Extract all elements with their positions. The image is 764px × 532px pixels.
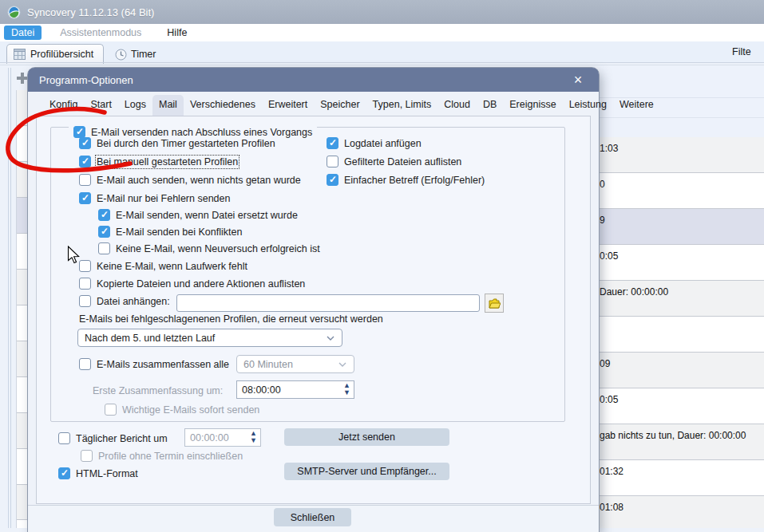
checkbox-urgent-emails-immediately[interactable]: Wichtige E-Mails sofort senden [105, 404, 259, 416]
checkbox-summarize-emails[interactable]: E-Mails zusammenfassen alle [79, 358, 229, 370]
browse-file-button[interactable] [485, 294, 504, 313]
tab-weitere[interactable]: Weitere [613, 95, 660, 116]
checkbox-label: E-Mail senden, wenn Datei ersetzt wurde [116, 210, 298, 221]
retry-select[interactable]: Nach dem 5. und letzten Lauf [77, 329, 342, 347]
dialog-title: Programm-Optionen [39, 74, 133, 86]
checkbox-box[interactable] [79, 295, 91, 307]
checkbox-list-copied-files[interactable]: Kopierte Dateien und andere Aktionen auf… [79, 278, 305, 290]
table-row[interactable]: 01:08 [597, 496, 764, 528]
app-globe-icon [7, 6, 21, 19]
smtp-server-button[interactable]: SMTP-Server und Empfänger... [284, 463, 449, 480]
tab-mail[interactable]: Mail [152, 95, 184, 116]
checkbox-file-replaced[interactable]: E-Mail senden, wenn Datei ersetzt wurde [98, 209, 298, 221]
window-titlebar[interactable]: Syncovery 11.12.13 (64 Bit) [0, 0, 764, 24]
dialog-tabstrip: Konfig Start Logs Mail Verschiedenes Erw… [43, 95, 660, 116]
spinner-arrows[interactable]: ▲▼ [250, 430, 257, 444]
close-dialog-button[interactable]: Schließen [274, 508, 351, 526]
tab-db[interactable]: DB [477, 95, 503, 116]
tab-leistung[interactable]: Leistung [563, 95, 613, 116]
checkbox-send-when-nothing-done[interactable]: E-Mail auch senden, wenn nichts getan wu… [79, 174, 301, 186]
menu-datei[interactable]: Datei [4, 26, 42, 40]
table-row[interactable]: gab nichts zu tun, Dauer: 00:00:00 [597, 424, 764, 460]
checkbox-attach-file[interactable]: Datei anhängen: [79, 295, 170, 307]
left-panel-border-inner [10, 68, 11, 528]
checkbox-box[interactable] [327, 137, 338, 149]
table-row[interactable]: 01:32 [597, 460, 764, 496]
checkbox-box[interactable] [79, 137, 91, 149]
dialog-close-icon[interactable]: × [568, 70, 588, 89]
checkbox-timer-started-profiles[interactable]: Bei durch den Timer gestarteten Profilen [79, 137, 275, 149]
checkbox-box[interactable] [98, 242, 110, 254]
checkbox-box[interactable] [79, 260, 91, 272]
table-row[interactable]: 09 [597, 353, 764, 388]
tab-erweitert[interactable]: Erweitert [262, 95, 314, 116]
checkbox-daily-report[interactable]: Täglicher Bericht um [58, 432, 168, 444]
menubar: Datei Assistentenmodus Hilfe [0, 24, 764, 41]
table-row[interactable] [597, 317, 764, 353]
checkbox-box[interactable] [105, 404, 117, 416]
checkbox-attach-logfile[interactable]: Logdatei anfügen [327, 137, 422, 149]
dialog-titlebar[interactable]: Programm-Optionen × [28, 68, 599, 92]
checkbox-box[interactable] [327, 174, 338, 186]
checkbox-on-conflicts[interactable]: E-Mail senden bei Konflikten [98, 226, 242, 238]
checkbox-no-mail-retry-success[interactable]: Keine E-Mail, wenn Neuversuch erfolgreic… [98, 242, 320, 254]
checkbox-box[interactable] [79, 358, 91, 370]
time-value: 00:00:00 [190, 432, 229, 443]
toolbar-tab-label: Profilübersicht [30, 49, 93, 60]
menu-assistentenmodus[interactable]: Assistentenmodus [53, 26, 148, 40]
checkbox-box[interactable] [81, 450, 93, 462]
checkbox-no-mail-drive-missing[interactable]: Keine E-Mail, wenn Laufwerk fehlt [79, 260, 247, 272]
checkbox-only-on-errors[interactable]: E-Mail nur bei Fehlern senden [79, 192, 230, 204]
checkbox-label: Bei durch den Timer gestarteten Profilen [97, 138, 275, 149]
table-row[interactable]: 0 [597, 173, 764, 209]
tab-ereignisse[interactable]: Ereignisse [503, 95, 562, 116]
send-now-button[interactable]: Jetzt senden [284, 428, 449, 446]
table-row[interactable]: 0:05 [597, 388, 764, 424]
checkbox-label: Profile ohne Termin einschließen [98, 451, 243, 462]
checkbox-box[interactable] [79, 192, 91, 204]
checkbox-box[interactable] [79, 156, 91, 167]
partial-toolbar-plus-icon [17, 73, 28, 84]
interval-value: 60 Minuten [243, 359, 293, 370]
tab-konfig[interactable]: Konfig [43, 95, 84, 116]
table-row[interactable]: 1:03 [597, 137, 764, 173]
tab-speicher[interactable]: Speicher [314, 95, 366, 116]
table-row[interactable]: Dauer: 00:00:00 [597, 281, 764, 317]
summarize-interval-select[interactable]: 60 Minuten [236, 355, 354, 373]
checkbox-box[interactable] [58, 467, 70, 479]
profile-list-left-sliver [16, 90, 28, 528]
table-row-selected[interactable]: 9 [597, 209, 764, 245]
checkbox-manually-started-profiles[interactable]: Bei manuell gestarteten Profilen [79, 156, 238, 167]
tab-typen-limits[interactable]: Typen, Limits [366, 95, 438, 116]
group-label: E-Mail versenden nach Abschluss eines Vo… [91, 127, 312, 138]
toolbar-tab-profiluebersicht[interactable]: Profilübersicht [6, 44, 104, 64]
checkbox-label: HTML-Format [76, 468, 138, 479]
table-row[interactable]: 0:05 [597, 245, 764, 281]
checkbox-box[interactable] [327, 156, 338, 167]
tab-verschiedenes[interactable]: Verschiedenes [184, 95, 262, 116]
checkbox-box[interactable] [79, 278, 91, 290]
checkbox-list-filtered-files[interactable]: Gefilterte Dateien auflisten [327, 156, 461, 167]
checkbox-include-unscheduled-profiles[interactable]: Profile ohne Termin einschließen [81, 450, 243, 462]
menu-hilfe[interactable]: Hilfe [160, 26, 194, 40]
tab-cloud[interactable]: Cloud [437, 95, 477, 116]
tab-logs[interactable]: Logs [118, 95, 152, 116]
checkbox-box[interactable] [58, 432, 70, 444]
group-checkbox[interactable] [73, 126, 85, 138]
toolbar-tab-timer[interactable]: Timer [109, 45, 162, 63]
checkbox-box[interactable] [79, 174, 91, 186]
folder-icon [489, 298, 501, 309]
tab-start[interactable]: Start [84, 95, 117, 116]
checkbox-box[interactable] [98, 226, 110, 238]
window-title: Syncovery 11.12.13 (64 Bit) [27, 6, 154, 18]
chevron-down-icon [327, 336, 334, 341]
filter-label-truncated[interactable]: Filte [732, 46, 764, 57]
checkbox-box[interactable] [98, 209, 110, 221]
spinner-arrows[interactable]: ▲▼ [343, 382, 350, 396]
first-summary-time-spinner[interactable]: 08:00:00 ▲▼ [236, 380, 354, 399]
checkbox-simple-subject[interactable]: Einfacher Betreff (Erfolg/Fehler) [327, 174, 485, 186]
daily-report-time-spinner[interactable]: 00:00:00 ▲▼ [184, 428, 261, 447]
checkbox-label-focused: Bei manuell gestarteten Profilen [97, 156, 238, 167]
attach-file-input[interactable] [176, 294, 480, 312]
checkbox-html-format[interactable]: HTML-Format [58, 467, 138, 479]
